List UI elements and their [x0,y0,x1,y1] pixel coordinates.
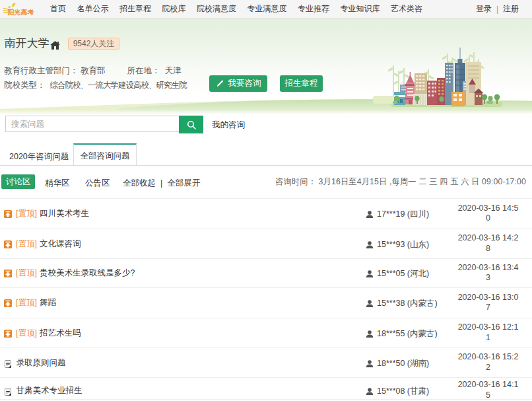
svg-text:阳光高考: 阳光高考 [8,9,34,16]
